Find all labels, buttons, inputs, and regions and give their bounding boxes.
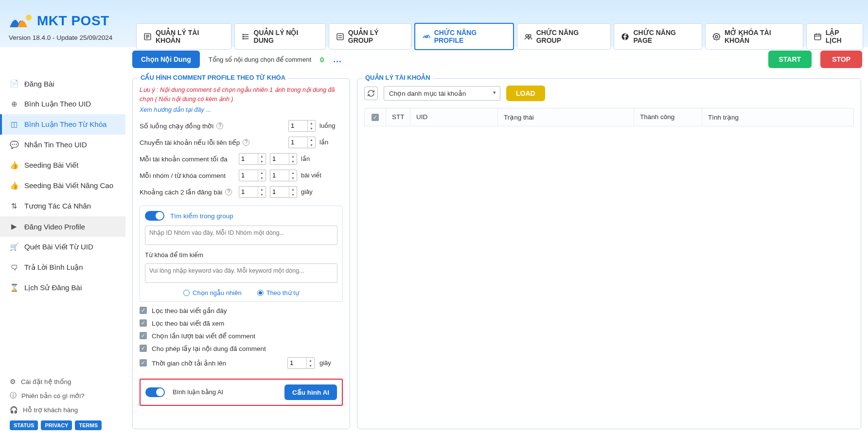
svg-point-8	[243, 34, 243, 35]
ai-config-button[interactable]: Cấu hình AI	[284, 384, 337, 400]
privacy-badge[interactable]: PRIVACY	[41, 420, 72, 430]
sidebar-item-scrape[interactable]: 🛒Quét Bài Viết Từ UID	[0, 237, 125, 257]
tab-group-fn[interactable]: CHỨC NĂNG GROUP	[517, 23, 611, 50]
svg-point-18	[715, 35, 718, 38]
sidebar-item-history[interactable]: ⌛Lịch Sử Đăng Bài	[0, 278, 125, 298]
config-fields: Số luồng chạy đồng thời? ▲▼ luồng Chuyển…	[140, 120, 343, 406]
check-label: Lọc theo bài viết đã xem	[152, 319, 224, 327]
tab-page-fn[interactable]: CHỨC NĂNG PAGE	[614, 23, 702, 50]
radio-random[interactable]: Chọn ngẫu nhiên	[183, 289, 242, 296]
gap-label: Khoảng cách 2 lần đăng bài	[140, 188, 222, 196]
threads-input[interactable]: ▲▼	[288, 120, 316, 132]
config-guide-link[interactable]: Xem hướng dẫn tại đây ...	[140, 106, 343, 113]
accounts-toolbar: Chọn danh mục tài khoản LOAD	[364, 86, 854, 101]
sidebar-item-message-uid[interactable]: 💬Nhắn Tin Theo UID	[0, 135, 125, 155]
tab-profile-fn[interactable]: CHỨC NĂNG PROFILE	[414, 23, 514, 50]
help-icon[interactable]: ?	[243, 139, 249, 146]
scrape-icon: 🛒	[10, 243, 18, 251]
spin-down-icon[interactable]: ▼	[308, 126, 315, 131]
comment-uid-icon: ⊕	[10, 100, 18, 108]
choose-content-button[interactable]: Chọn Nội Dung	[132, 51, 200, 68]
checkbox[interactable]: ✓	[140, 345, 147, 352]
info-icon: ⓘ	[10, 391, 17, 400]
support-link[interactable]: 🎧Hỗ trợ khách hàng	[10, 403, 116, 417]
changelog-link[interactable]: ⓘPhiên bản có gì mới?	[10, 388, 116, 403]
help-icon[interactable]: ?	[225, 189, 232, 195]
brand-block: MKT POST Version 18.4.0 - Update 25/09/2…	[0, 0, 131, 47]
imgwait-label: Thời gian chờ tải ảnh lên	[152, 359, 226, 367]
gap-min-input[interactable]: ▲▼	[239, 186, 266, 198]
tab-label: CHỨC NĂNG GROUP	[536, 29, 604, 44]
stop-button[interactable]: STOP	[820, 51, 862, 68]
terms-badge[interactable]: TERMS	[75, 420, 102, 430]
tab-accounts[interactable]: QUẢN LÝ TÀI KHOẢN	[136, 23, 231, 50]
version-label: Version 18.4.0 - Update 25/09/2024	[9, 34, 123, 41]
switch-input[interactable]: ▲▼	[288, 137, 316, 148]
sidebar-item-interact[interactable]: ⇅Tương Tác Cá Nhân	[0, 196, 125, 216]
group-id-input[interactable]	[145, 226, 337, 245]
keyword-input[interactable]	[145, 263, 337, 283]
spin-up-icon[interactable]: ▲	[308, 121, 315, 126]
svg-point-9	[243, 36, 243, 36]
tab-label: MỞ KHÓA TÀI KHOẢN	[725, 29, 796, 44]
col-state: Tình trạng	[702, 108, 853, 126]
accounts-table-header: ✓ STT UID Trạng thái Thành công Tình trạ…	[364, 108, 854, 126]
tab-groups[interactable]: QUẢN LÝ GROUP	[329, 23, 411, 50]
status-badge[interactable]: STATUS	[10, 420, 38, 430]
sidebar-item-seeding[interactable]: 👍Seeding Bài Viết	[0, 155, 125, 175]
start-button[interactable]: START	[768, 51, 812, 68]
radio-order[interactable]: Theo thứ tự	[257, 289, 299, 296]
maxcmt-max-input[interactable]: ▲▼	[270, 153, 297, 165]
account-category-select[interactable]: Chọn danh mục tài khoản	[384, 86, 500, 101]
sidebar-item-seeding-adv[interactable]: 👍Seeding Bài Viết Nâng Cao	[0, 175, 125, 196]
sidebar-item-video[interactable]: ▶Đăng Video Profile	[0, 216, 125, 237]
tab-content[interactable]: QUẢN LÝ NỘI DUNG	[234, 23, 326, 50]
tab-unlock[interactable]: MỞ KHÓA TÀI KHOẢN	[705, 23, 803, 50]
sidebar-label: Tương Tác Cá Nhân	[24, 202, 91, 210]
maxcmt-min-input[interactable]: ▲▼	[239, 153, 266, 165]
maxcmt-label: Mỗi tài khoản comment tối đa	[140, 155, 228, 163]
imgwait-input[interactable]: ▲▼	[287, 357, 315, 369]
config-warning: Lưu ý : Nội dung comment sẽ chọn ngẫu nh…	[140, 86, 343, 104]
select-all-checkbox[interactable]: ✓	[372, 114, 379, 121]
checkbox[interactable]: ✓	[140, 307, 147, 314]
sidebar-item-post[interactable]: 📄Đăng Bài	[0, 73, 125, 94]
unit-label: lần	[301, 155, 324, 162]
svg-rect-19	[815, 34, 821, 39]
search-group-toggle[interactable]	[145, 211, 164, 221]
tab-schedule[interactable]: LẬP LỊCH	[806, 23, 863, 50]
gap-max-input[interactable]: ▲▼	[270, 186, 297, 198]
main-area: 📄Đăng Bài ⊕Bình Luận Theo UID ◫Bình Luận…	[0, 71, 868, 436]
load-button[interactable]: LOAD	[506, 86, 545, 101]
checkbox[interactable]: ✓	[140, 332, 147, 339]
pergrp-min-input[interactable]: ▲▼	[239, 170, 266, 181]
tab-label: CHỨC NĂNG PAGE	[633, 29, 694, 44]
svg-rect-11	[337, 34, 343, 40]
settings-link[interactable]: ⚙Cài đặt hệ thống	[10, 375, 116, 388]
unit-label: luồng	[319, 122, 343, 129]
ai-toggle[interactable]	[145, 387, 165, 397]
more-icon[interactable]: …	[333, 54, 341, 65]
checkbox[interactable]: ✓	[140, 319, 147, 327]
action-toolbar: Chọn Nội Dung Tổng số nội dung chọn để c…	[0, 47, 868, 71]
sidebar-label: Đăng Video Profile	[24, 223, 85, 231]
comment-kw-icon: ◫	[10, 120, 18, 129]
keyword-label: Từ khóa để tìm kiếm	[145, 251, 337, 259]
sidebar-label: Quét Bài Viết Từ UID	[24, 243, 93, 251]
row-switch: Chuyển tài khoản nếu lỗi liên tiếp? ▲▼ l…	[140, 137, 343, 148]
pergrp-max-input[interactable]: ▲▼	[270, 170, 297, 181]
unit-label: lần	[319, 139, 343, 146]
sidebar-item-comment-kw[interactable]: ◫Bình Luận Theo Từ Khóa	[0, 114, 125, 135]
video-icon: ▶	[10, 222, 18, 231]
refresh-button[interactable]	[364, 87, 378, 100]
help-icon[interactable]: ?	[216, 122, 223, 129]
refresh-icon	[367, 89, 375, 97]
sidebar-item-comment-uid[interactable]: ⊕Bình Luận Theo UID	[0, 94, 125, 114]
row-threads: Số luồng chạy đồng thời? ▲▼ luồng	[140, 120, 343, 132]
logo-icon	[9, 13, 33, 29]
checkbox[interactable]: ✓	[140, 359, 147, 366]
sidebar-item-reply[interactable]: 🗨Trả Lời Bình Luận	[0, 257, 125, 278]
footer-label: Cài đặt hệ thống	[21, 378, 71, 385]
pergrp-label: Mỗi nhóm / từ khóa comment	[140, 172, 226, 179]
config-panel-title: CẤU HÌNH COMMENT PROFILE THEO TỪ KHÓA	[138, 74, 288, 81]
